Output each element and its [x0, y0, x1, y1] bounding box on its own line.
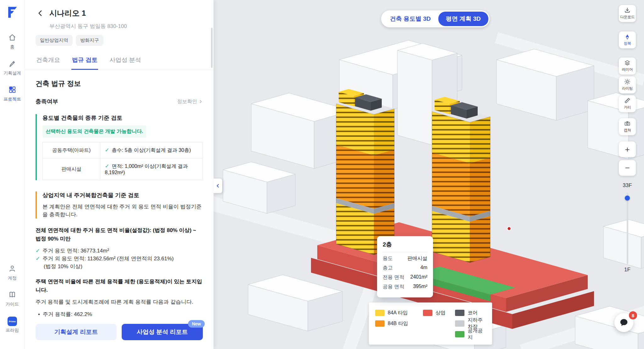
- zoom-in-button[interactable]: +: [619, 141, 636, 157]
- check-icon: ✓: [105, 147, 109, 153]
- floor-tooltip-title: 2층: [383, 241, 427, 252]
- home-icon: [8, 33, 16, 43]
- chevron-left-icon: [215, 183, 220, 188]
- law-info-heading: 건축 법규 정보: [36, 79, 203, 88]
- distance-button[interactable]: 거리: [619, 95, 636, 112]
- view-mode-toggle: 건축 용도별 3D 평면 계획 3D: [381, 10, 490, 27]
- usage-name: 공동주택(아파트): [43, 142, 100, 158]
- chat-bubble-icon: [619, 318, 629, 327]
- legend-label: 84A 타입: [388, 310, 408, 316]
- check-text: 주거 용도 면적: 36773.14m²: [42, 247, 109, 255]
- tooltip-label: 공용 면적: [383, 284, 404, 290]
- ratio-title: 전체 연면적에 대한 주거 용도 면적 비율(설정값): (법정 80% 이상)…: [36, 226, 203, 243]
- download-icon: [624, 7, 630, 14]
- far-limit-title: 주택 연면적 비율에 따른 전체 용적률 제한 (용도용적제)이 있는 토지입니…: [36, 277, 203, 294]
- legend-swatch: [455, 310, 464, 316]
- legend-swatch: [455, 331, 464, 337]
- tab-law-review[interactable]: 법규 검토: [71, 52, 98, 70]
- planning-report-button[interactable]: 기획설계 리포트: [36, 324, 117, 340]
- legend-item: 코어: [455, 310, 486, 316]
- nav-account-label: 계정: [8, 275, 17, 281]
- table-row: 판매시설 ✓면적: 1,000m² 이상(기획설계 결과 8,192m²): [43, 158, 203, 180]
- info-confirm-link[interactable]: 정보확인: [177, 98, 203, 105]
- floor-slider-thumb[interactable]: [625, 196, 630, 201]
- app-root: 홈 기획설계 프로젝트 계정 가이드 Prime 프라임: [0, 0, 644, 349]
- chevron-left-icon: [36, 9, 44, 17]
- usage-name: 판매시설: [43, 158, 100, 180]
- mode-usage-3d[interactable]: 건축 용도별 3D: [382, 12, 438, 26]
- apartment-tower-1[interactable]: [336, 89, 394, 255]
- layers-label: 레이어: [622, 67, 633, 72]
- check-icon: ✓: [36, 247, 40, 255]
- site-address: 부산광역시 동구 범일동 830-100: [49, 23, 203, 30]
- panel-tabs: 건축개요 법규 검토 사업성 분석: [25, 52, 214, 70]
- tooltip-label: 전용 면적: [383, 274, 404, 281]
- north-compass-icon: [624, 34, 630, 40]
- tooltip-value: 판매시설: [407, 255, 427, 262]
- nav-guide-label: 가이드: [6, 302, 19, 307]
- person-icon: [8, 264, 16, 274]
- check-icon: ✓: [36, 255, 40, 263]
- panel-footer: 기획설계 리포트 사업성 분석 리포트 New: [25, 319, 214, 349]
- prime-icon: Prime: [8, 317, 17, 326]
- mixed-use-title: 상업지역 내 주거복합건축물 기준 검토: [42, 191, 203, 199]
- true-north-label: 정북: [624, 41, 631, 46]
- mixed-use-section: 상업지역 내 주거복합건축물 기준 검토 본 계획안은 전체 연면적에 대한 주…: [36, 191, 203, 219]
- tooltip-label: 층고: [383, 265, 393, 271]
- check-subtext: (법정 10% 이상): [44, 263, 203, 270]
- app-logo[interactable]: [5, 6, 19, 21]
- nav-home[interactable]: 홈: [8, 33, 16, 50]
- legend-label: 84B 타입: [388, 320, 408, 327]
- legend-swatch: [375, 320, 385, 327]
- layers-icon: [624, 60, 630, 66]
- site-marker[interactable]: [507, 227, 511, 230]
- pencil-icon: [8, 59, 16, 69]
- tab-feasibility[interactable]: 사업성 분석: [109, 52, 142, 70]
- panel-content: 시나리오 1 부산광역시 동구 범일동 830-100 일반상업지역 방화지구 …: [25, 0, 214, 319]
- far-bullets: 주거 용적률: 462.2% 최종 계획 용적률: 597.7% (법정 600…: [36, 310, 203, 319]
- nav-account[interactable]: 계정: [8, 264, 17, 281]
- panel-scrollbar[interactable]: [211, 28, 213, 68]
- back-button[interactable]: [36, 8, 45, 18]
- scenario-title: 시나리오 1: [49, 8, 86, 18]
- project-grid-icon: [8, 86, 16, 95]
- zoom-out-button[interactable]: −: [619, 160, 636, 176]
- nav-planning-label: 기획설계: [3, 70, 21, 76]
- lighting-button[interactable]: 라이팅: [619, 76, 636, 93]
- sun-icon: [624, 79, 630, 85]
- tooltip-value: 4m: [420, 265, 427, 271]
- mode-plan-3d[interactable]: 평면 계획 3D: [438, 12, 488, 26]
- layers-button[interactable]: 레이어: [619, 58, 636, 75]
- nav-planning[interactable]: 기획설계: [3, 59, 21, 76]
- bullet-item: 주거 용적률: 462.2%: [38, 310, 203, 319]
- download-label: 다운로드: [620, 14, 635, 20]
- nav-project[interactable]: 프로젝트: [3, 86, 21, 102]
- check-text: 주거 외 용도 면적: 11362.56m² (전체 연면적의 23.61%): [42, 255, 174, 263]
- ratio-checks: ✓주거 용도 면적: 36773.14m² ✓주거 외 용도 면적: 11362…: [36, 247, 203, 270]
- info-confirm-text: 정보확인: [177, 98, 197, 105]
- nav-prime-label: 프라임: [6, 328, 19, 333]
- apartment-tower-2[interactable]: [432, 97, 490, 263]
- true-north-button[interactable]: 정북: [619, 31, 636, 48]
- far-limit-desc: 주거 용적률 및 도시계획조례에 따른 계획 용적률 다음과 같습니다.: [36, 298, 203, 306]
- floor-slider-track[interactable]: [627, 193, 628, 264]
- panel-collapse-button[interactable]: [214, 179, 222, 193]
- tab-overview[interactable]: 건축개요: [36, 52, 61, 70]
- district-tag: 방화지구: [76, 35, 103, 46]
- tooltip-value: 395m²: [413, 284, 427, 290]
- capture-button[interactable]: 캡쳐: [619, 118, 636, 135]
- download-button[interactable]: 다운로드: [619, 5, 636, 22]
- nav-prime[interactable]: Prime 프라임: [6, 317, 19, 333]
- feasibility-report-button[interactable]: 사업성 분석 리포트 New: [122, 324, 203, 340]
- legend: 84A 타입 84B 타입 상업 코어 지하주차장 공개공지: [369, 302, 492, 345]
- legend-item: 공개공지: [455, 328, 486, 341]
- chevron-right-icon: [198, 99, 203, 104]
- table-row: 공동주택(아파트) ✓층수: 5층 이상(기획설계 결과 30층): [43, 142, 203, 158]
- scenario-panel: 시나리오 1 부산광역시 동구 범일동 830-100 일반상업지역 방화지구 …: [25, 0, 214, 349]
- camera-icon: [624, 120, 630, 127]
- floor-slider-min-label: 1F: [619, 267, 636, 273]
- nav-guide[interactable]: 가이드: [6, 291, 19, 307]
- chat-unread-badge: 8: [629, 311, 637, 319]
- tooltip-value: 2401m²: [410, 274, 427, 281]
- zoning-tag: 일반상업지역: [36, 35, 73, 46]
